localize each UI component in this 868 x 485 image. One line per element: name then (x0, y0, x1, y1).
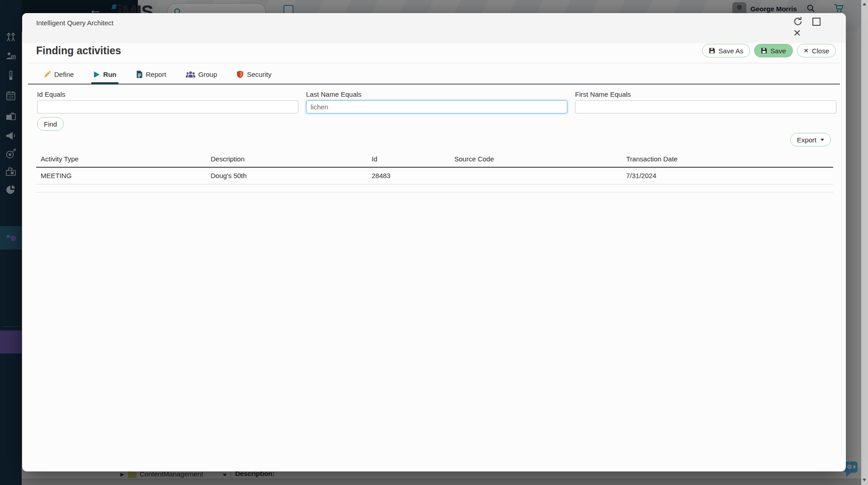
query-tabs: Define Run Report (28, 69, 840, 85)
save-as-label: Save As (718, 47, 743, 55)
tab-label: Security (247, 71, 271, 78)
col-id[interactable]: Id (367, 153, 450, 167)
save-button[interactable]: Save (754, 44, 793, 57)
cell-description: Doug's 50th (206, 167, 367, 184)
find-row: Find (22, 113, 846, 131)
save-as-button[interactable]: Save As (702, 44, 750, 57)
pencil-icon (43, 71, 51, 78)
field-label: First Name Equals (575, 90, 836, 98)
save-label: Save (770, 47, 786, 55)
cell-activity-type: MEETING (36, 167, 206, 184)
vertical-scrollbar[interactable] (861, 0, 868, 485)
report-icon (136, 71, 143, 78)
col-activity-type[interactable]: Activity Type (36, 153, 206, 167)
save-icon (761, 47, 767, 54)
table-row[interactable]: MEETING Doug's 50th 28483 7/31/2024 (36, 167, 833, 184)
field-id-equals: Id Equals (37, 90, 298, 113)
results-table: Activity Type Description Id Source Code… (36, 153, 833, 193)
find-label: Find (44, 120, 57, 128)
close-label: Close (812, 47, 829, 55)
tab-label: Run (103, 71, 116, 78)
save-icon (709, 47, 715, 54)
cell-source-code (450, 167, 622, 184)
find-button[interactable]: Find (37, 117, 64, 131)
header-divider (28, 63, 840, 63)
export-label: Export (797, 136, 816, 144)
tab-label: Group (198, 71, 217, 78)
close-icon: × (804, 46, 809, 55)
table-footer-spacer (36, 184, 833, 193)
page-title: Finding activities (36, 45, 121, 57)
group-icon (186, 71, 195, 78)
results-header-row: Activity Type Description Id Source Code… (36, 153, 833, 167)
query-architect-dialog: Intelligent Query Architect × Finding ac… (22, 13, 846, 471)
tab-report[interactable]: Report (134, 69, 168, 85)
tab-label: Report (146, 71, 166, 78)
field-last-name-equals: Last Name Equals (306, 90, 567, 113)
scroll-up-icon[interactable] (863, 3, 866, 5)
close-button[interactable]: × Close (797, 44, 836, 57)
export-button[interactable]: Export (790, 133, 831, 146)
play-icon (93, 71, 100, 78)
last-name-equals-input[interactable] (306, 100, 567, 113)
id-equals-input[interactable] (37, 100, 298, 113)
tab-group[interactable]: Group (184, 69, 219, 85)
col-source-code[interactable]: Source Code (450, 153, 622, 167)
scroll-down-icon[interactable] (863, 479, 866, 481)
maximize-icon[interactable] (812, 18, 821, 26)
dialog-title: Intelligent Query Architect (36, 19, 113, 27)
tab-run[interactable]: Run (91, 69, 118, 85)
field-first-name-equals: First Name Equals (575, 90, 836, 113)
field-label: Id Equals (37, 90, 298, 98)
dialog-close-icon[interactable]: × (793, 27, 801, 39)
col-description[interactable]: Description (206, 153, 367, 167)
dialog-titlebar: Intelligent Query Architect × (22, 13, 846, 43)
cell-transaction-date: 7/31/2024 (622, 167, 833, 184)
cell-id: 28483 (367, 167, 450, 184)
shield-icon (236, 71, 244, 78)
chevron-down-icon (821, 139, 824, 141)
header-actions: Save As Save × Close (702, 44, 836, 57)
col-transaction-date[interactable]: Transaction Date (622, 153, 833, 167)
first-name-equals-input[interactable] (575, 100, 836, 113)
filter-form: Id Equals Last Name Equals First Name Eq… (22, 85, 846, 113)
tab-define[interactable]: Define (42, 69, 75, 85)
tab-security[interactable]: Security (235, 69, 273, 85)
tab-label: Define (54, 71, 74, 78)
export-row: Export (22, 131, 846, 146)
query-header: Finding activities Save As Save × (22, 43, 846, 63)
field-label: Last Name Equals (306, 90, 567, 98)
